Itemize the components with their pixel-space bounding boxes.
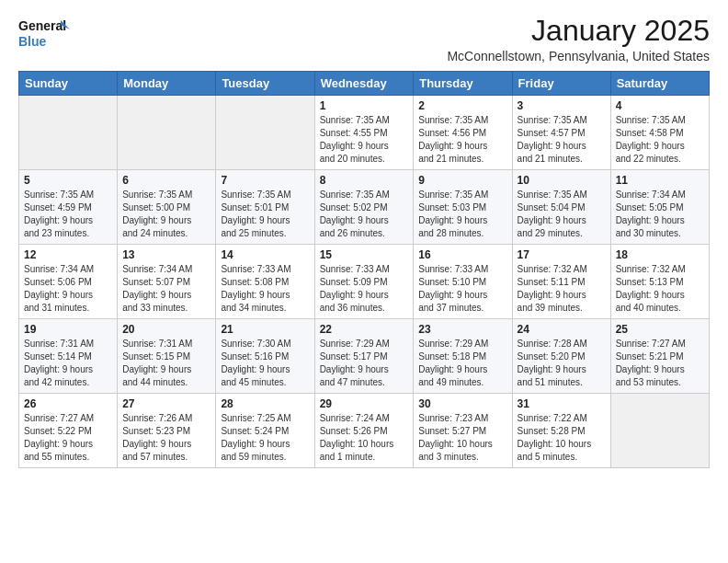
calendar-cell: 28Sunrise: 7:25 AM Sunset: 5:24 PM Dayli… xyxy=(216,394,314,468)
day-number: 16 xyxy=(418,248,506,261)
day-info: Sunrise: 7:35 AM Sunset: 4:59 PM Dayligh… xyxy=(24,189,112,240)
calendar-cell: 26Sunrise: 7:27 AM Sunset: 5:22 PM Dayli… xyxy=(19,394,118,468)
day-info: Sunrise: 7:32 AM Sunset: 5:13 PM Dayligh… xyxy=(616,263,704,315)
day-number: 20 xyxy=(122,323,210,336)
day-number: 30 xyxy=(418,397,506,410)
calendar-cell: 7Sunrise: 7:35 AM Sunset: 5:01 PM Daylig… xyxy=(216,170,314,245)
calendar-cell: 4Sunrise: 7:35 AM Sunset: 4:58 PM Daylig… xyxy=(610,96,709,170)
calendar-cell: 22Sunrise: 7:29 AM Sunset: 5:17 PM Dayli… xyxy=(314,319,414,394)
logo-blue: Blue xyxy=(18,34,47,49)
day-number: 7 xyxy=(221,174,309,187)
logo: General Blue xyxy=(18,15,70,53)
calendar-header-saturday: Saturday xyxy=(610,72,709,96)
day-info: Sunrise: 7:34 AM Sunset: 5:06 PM Dayligh… xyxy=(24,263,112,315)
page: General Blue January 2025 McConnellstown… xyxy=(0,0,728,483)
location: McConnellstown, Pennsylvania, United Sta… xyxy=(447,49,710,63)
calendar-cell: 14Sunrise: 7:33 AM Sunset: 5:08 PM Dayli… xyxy=(216,245,314,319)
day-info: Sunrise: 7:35 AM Sunset: 5:00 PM Dayligh… xyxy=(122,189,210,240)
day-info: Sunrise: 7:31 AM Sunset: 5:15 PM Dayligh… xyxy=(122,338,210,389)
calendar-cell: 19Sunrise: 7:31 AM Sunset: 5:14 PM Dayli… xyxy=(19,319,118,394)
day-number: 29 xyxy=(320,397,409,410)
day-info: Sunrise: 7:34 AM Sunset: 5:05 PM Dayligh… xyxy=(616,189,704,240)
day-number: 4 xyxy=(616,99,704,112)
day-info: Sunrise: 7:30 AM Sunset: 5:16 PM Dayligh… xyxy=(221,338,309,389)
calendar-cell xyxy=(19,96,118,170)
day-info: Sunrise: 7:35 AM Sunset: 5:04 PM Dayligh… xyxy=(518,189,606,240)
day-number: 28 xyxy=(221,397,309,410)
day-number: 2 xyxy=(418,99,506,112)
day-number: 18 xyxy=(616,248,704,261)
calendar-cell: 3Sunrise: 7:35 AM Sunset: 4:57 PM Daylig… xyxy=(512,96,610,170)
day-info: Sunrise: 7:22 AM Sunset: 5:28 PM Dayligh… xyxy=(518,412,606,464)
header: General Blue January 2025 McConnellstown… xyxy=(18,15,710,63)
day-info: Sunrise: 7:34 AM Sunset: 5:07 PM Dayligh… xyxy=(122,263,210,315)
calendar-cell: 16Sunrise: 7:33 AM Sunset: 5:10 PM Dayli… xyxy=(414,245,512,319)
calendar-week-4: 19Sunrise: 7:31 AM Sunset: 5:14 PM Dayli… xyxy=(19,319,710,394)
day-number: 11 xyxy=(616,174,704,187)
day-number: 19 xyxy=(24,323,112,336)
day-info: Sunrise: 7:35 AM Sunset: 5:02 PM Dayligh… xyxy=(320,189,409,240)
day-info: Sunrise: 7:33 AM Sunset: 5:08 PM Dayligh… xyxy=(221,263,309,315)
day-info: Sunrise: 7:29 AM Sunset: 5:17 PM Dayligh… xyxy=(320,338,409,389)
calendar-cell: 20Sunrise: 7:31 AM Sunset: 5:15 PM Dayli… xyxy=(118,319,216,394)
day-info: Sunrise: 7:23 AM Sunset: 5:27 PM Dayligh… xyxy=(418,412,506,464)
month-title: January 2025 xyxy=(447,15,710,47)
day-number: 22 xyxy=(320,323,409,336)
calendar-cell: 31Sunrise: 7:22 AM Sunset: 5:28 PM Dayli… xyxy=(512,394,610,468)
day-info: Sunrise: 7:33 AM Sunset: 5:09 PM Dayligh… xyxy=(320,263,409,315)
day-info: Sunrise: 7:24 AM Sunset: 5:26 PM Dayligh… xyxy=(320,412,409,464)
calendar: SundayMondayTuesdayWednesdayThursdayFrid… xyxy=(18,71,710,468)
calendar-cell: 21Sunrise: 7:30 AM Sunset: 5:16 PM Dayli… xyxy=(216,319,314,394)
calendar-cell: 9Sunrise: 7:35 AM Sunset: 5:03 PM Daylig… xyxy=(414,170,512,245)
day-info: Sunrise: 7:35 AM Sunset: 5:01 PM Dayligh… xyxy=(221,189,309,240)
logo-svg: General Blue xyxy=(18,15,70,53)
calendar-week-2: 5Sunrise: 7:35 AM Sunset: 4:59 PM Daylig… xyxy=(19,170,710,245)
calendar-cell: 1Sunrise: 7:35 AM Sunset: 4:55 PM Daylig… xyxy=(314,96,414,170)
day-info: Sunrise: 7:32 AM Sunset: 5:11 PM Dayligh… xyxy=(518,263,606,315)
day-number: 15 xyxy=(320,248,409,261)
calendar-header-friday: Friday xyxy=(512,72,610,96)
day-info: Sunrise: 7:27 AM Sunset: 5:21 PM Dayligh… xyxy=(616,338,704,389)
calendar-cell xyxy=(610,394,709,468)
day-info: Sunrise: 7:27 AM Sunset: 5:22 PM Dayligh… xyxy=(24,412,112,464)
calendar-cell: 12Sunrise: 7:34 AM Sunset: 5:06 PM Dayli… xyxy=(19,245,118,319)
calendar-cell: 5Sunrise: 7:35 AM Sunset: 4:59 PM Daylig… xyxy=(19,170,118,245)
day-number: 17 xyxy=(518,248,606,261)
day-number: 24 xyxy=(518,323,606,336)
day-info: Sunrise: 7:31 AM Sunset: 5:14 PM Dayligh… xyxy=(24,338,112,389)
day-number: 26 xyxy=(24,397,112,410)
calendar-cell: 18Sunrise: 7:32 AM Sunset: 5:13 PM Dayli… xyxy=(610,245,709,319)
day-number: 1 xyxy=(320,99,409,112)
calendar-cell: 11Sunrise: 7:34 AM Sunset: 5:05 PM Dayli… xyxy=(610,170,709,245)
calendar-cell: 6Sunrise: 7:35 AM Sunset: 5:00 PM Daylig… xyxy=(118,170,216,245)
calendar-cell: 17Sunrise: 7:32 AM Sunset: 5:11 PM Dayli… xyxy=(512,245,610,319)
calendar-cell: 27Sunrise: 7:26 AM Sunset: 5:23 PM Dayli… xyxy=(118,394,216,468)
calendar-week-3: 12Sunrise: 7:34 AM Sunset: 5:06 PM Dayli… xyxy=(19,245,710,319)
day-info: Sunrise: 7:35 AM Sunset: 4:56 PM Dayligh… xyxy=(418,114,506,166)
calendar-cell: 8Sunrise: 7:35 AM Sunset: 5:02 PM Daylig… xyxy=(314,170,414,245)
calendar-header-tuesday: Tuesday xyxy=(216,72,314,96)
calendar-cell xyxy=(216,96,314,170)
calendar-cell: 29Sunrise: 7:24 AM Sunset: 5:26 PM Dayli… xyxy=(314,394,414,468)
day-number: 9 xyxy=(418,174,506,187)
day-number: 8 xyxy=(320,174,409,187)
calendar-header-row: SundayMondayTuesdayWednesdayThursdayFrid… xyxy=(19,72,710,96)
day-number: 10 xyxy=(518,174,606,187)
calendar-cell xyxy=(118,96,216,170)
day-number: 21 xyxy=(221,323,309,336)
day-info: Sunrise: 7:33 AM Sunset: 5:10 PM Dayligh… xyxy=(418,263,506,315)
day-number: 23 xyxy=(418,323,506,336)
day-number: 12 xyxy=(24,248,112,261)
day-number: 13 xyxy=(122,248,210,261)
calendar-cell: 23Sunrise: 7:29 AM Sunset: 5:18 PM Dayli… xyxy=(414,319,512,394)
calendar-week-5: 26Sunrise: 7:27 AM Sunset: 5:22 PM Dayli… xyxy=(19,394,710,468)
day-info: Sunrise: 7:26 AM Sunset: 5:23 PM Dayligh… xyxy=(122,412,210,464)
calendar-header-sunday: Sunday xyxy=(19,72,118,96)
calendar-header-monday: Monday xyxy=(118,72,216,96)
day-info: Sunrise: 7:35 AM Sunset: 4:58 PM Dayligh… xyxy=(616,114,704,166)
day-info: Sunrise: 7:35 AM Sunset: 4:57 PM Dayligh… xyxy=(518,114,606,166)
day-number: 25 xyxy=(616,323,704,336)
calendar-cell: 2Sunrise: 7:35 AM Sunset: 4:56 PM Daylig… xyxy=(414,96,512,170)
day-number: 6 xyxy=(122,174,210,187)
calendar-cell: 24Sunrise: 7:28 AM Sunset: 5:20 PM Dayli… xyxy=(512,319,610,394)
